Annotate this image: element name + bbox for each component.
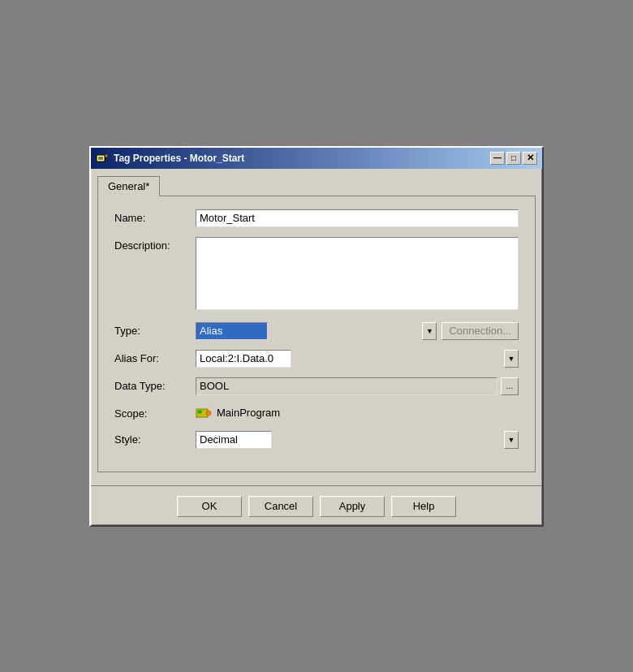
tab-content: Name: Description: Type: (97, 196, 536, 472)
cancel-button[interactable]: Cancel (248, 496, 313, 517)
style-control-wrap: Decimal Binary Octal Hex Exponential Flo… (196, 431, 519, 449)
name-control-wrap (196, 209, 519, 227)
name-row: Name: (114, 209, 519, 227)
alias-for-arrow: ▼ (504, 350, 519, 368)
ok-button[interactable]: OK (177, 496, 242, 517)
button-bar: OK Cancel Apply Help (91, 485, 542, 525)
alias-for-control-wrap: Local:2:I.Data.0 ▼ (196, 350, 519, 368)
window-body: General* Name: Description: Type: (91, 169, 542, 479)
description-label: Description: (114, 237, 196, 252)
svg-rect-5 (198, 411, 201, 413)
minimize-button[interactable]: — (490, 152, 505, 165)
help-button[interactable]: Help (391, 496, 456, 517)
type-select-wrap: Alias Base Produced Consumed ▼ Connectio… (196, 322, 519, 340)
type-control-wrap: Alias Base Produced Consumed ▼ Connectio… (196, 322, 519, 340)
scope-icon (196, 405, 212, 421)
style-label: Style: (114, 431, 196, 446)
data-type-browse-button[interactable]: ... (501, 377, 519, 395)
description-control-wrap (196, 237, 519, 312)
scope-control-wrap: MainProgram (196, 405, 519, 421)
svg-point-3 (105, 154, 108, 157)
connection-button[interactable]: Connection... (441, 322, 519, 340)
title-bar: Tag Properties - Motor_Start — □ ✕ (91, 148, 542, 169)
description-row: Description: (114, 237, 519, 312)
type-select-container: Alias Base Produced Consumed ▼ (196, 322, 437, 340)
style-select-arrow: ▼ (504, 431, 519, 449)
type-row: Type: Alias Base Produced Consumed ▼ (114, 322, 519, 340)
alias-for-select-container: Local:2:I.Data.0 ▼ (196, 350, 519, 368)
window-icon (96, 152, 109, 165)
scope-wrap: MainProgram (196, 405, 519, 421)
tag-properties-dialog: Tag Properties - Motor_Start — □ ✕ Gener… (89, 146, 544, 527)
data-type-row: Data Type: ... (114, 377, 519, 395)
style-select-container: Decimal Binary Octal Hex Exponential Flo… (196, 431, 519, 449)
data-type-label: Data Type: (114, 377, 196, 392)
type-label: Type: (114, 322, 196, 337)
window-title: Tag Properties - Motor_Start (114, 153, 244, 164)
svg-point-6 (206, 411, 211, 416)
apply-button[interactable]: Apply (320, 496, 385, 517)
svg-rect-0 (97, 155, 105, 162)
description-input[interactable] (196, 237, 519, 310)
name-input[interactable] (196, 209, 519, 227)
scope-label: Scope: (114, 405, 196, 420)
scope-row: Scope: MainProgram (114, 405, 519, 421)
alias-for-select[interactable]: Local:2:I.Data.0 (196, 350, 291, 368)
name-label: Name: (114, 209, 196, 224)
alias-for-label: Alias For: (114, 350, 196, 364)
data-type-wrap: ... (196, 377, 519, 395)
close-button[interactable]: ✕ (523, 152, 537, 165)
tab-general[interactable]: General* (97, 176, 160, 196)
tabs: General* (97, 175, 536, 196)
style-row: Style: Decimal Binary Octal Hex Exponent… (114, 431, 519, 449)
maximize-button[interactable]: □ (506, 152, 521, 165)
title-buttons: — □ ✕ (490, 152, 537, 165)
data-type-control-wrap: ... (196, 377, 519, 395)
scope-value: MainProgram (217, 407, 280, 419)
style-select[interactable]: Decimal Binary Octal Hex Exponential Flo… (196, 431, 272, 449)
type-select-arrow: ▼ (422, 322, 437, 340)
type-select[interactable]: Alias Base Produced Consumed (196, 322, 268, 340)
alias-for-row: Alias For: Local:2:I.Data.0 ▼ (114, 350, 519, 368)
data-type-input[interactable] (196, 377, 497, 395)
